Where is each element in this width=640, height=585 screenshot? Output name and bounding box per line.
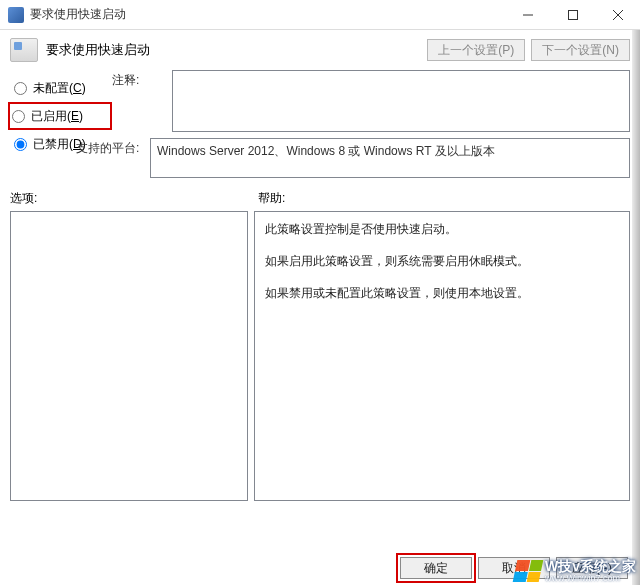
minimize-button[interactable] bbox=[505, 0, 550, 30]
radio-not-configured-input[interactable] bbox=[14, 82, 27, 95]
titlebar: 要求使用快速启动 bbox=[0, 0, 640, 30]
help-paragraph: 如果禁用或未配置此策略设置，则使用本地设置。 bbox=[265, 284, 619, 302]
radio-enabled-input[interactable] bbox=[12, 110, 25, 123]
svg-rect-1 bbox=[568, 10, 577, 19]
radio-disabled-input[interactable] bbox=[14, 138, 27, 151]
radio-not-configured[interactable]: 未配置(C) bbox=[10, 74, 112, 102]
options-label: 选项: bbox=[10, 190, 258, 207]
prev-setting-button[interactable]: 上一个设置(P) bbox=[427, 39, 525, 61]
next-setting-button[interactable]: 下一个设置(N) bbox=[531, 39, 630, 61]
help-label: 帮助: bbox=[258, 190, 285, 207]
policy-icon bbox=[10, 38, 38, 62]
platform-text: Windows Server 2012、Windows 8 或 Windows … bbox=[150, 138, 630, 178]
window-title: 要求使用快速启动 bbox=[30, 6, 126, 23]
ok-button[interactable]: 确定 bbox=[400, 557, 472, 579]
windows-logo-icon bbox=[513, 560, 544, 582]
close-button[interactable] bbox=[595, 0, 640, 30]
help-paragraph: 如果启用此策略设置，则系统需要启用休眠模式。 bbox=[265, 252, 619, 270]
app-icon bbox=[8, 7, 24, 23]
policy-title: 要求使用快速启动 bbox=[46, 41, 150, 59]
watermark-url: www.Winwin7.com bbox=[545, 573, 636, 583]
help-paragraph: 此策略设置控制是否使用快速启动。 bbox=[265, 220, 619, 238]
watermark-brand: W技v系统之家 bbox=[545, 559, 636, 573]
watermark: W技v系统之家 www.Winwin7.com bbox=[515, 559, 636, 583]
help-pane: 此策略设置控制是否使用快速启动。 如果启用此策略设置，则系统需要启用休眠模式。 … bbox=[254, 211, 630, 501]
radio-enabled[interactable]: 已启用(E) bbox=[8, 102, 112, 130]
platform-label: 支持的平台: bbox=[76, 140, 150, 157]
header-row: 要求使用快速启动 上一个设置(P) 下一个设置(N) bbox=[10, 38, 630, 62]
options-pane bbox=[10, 211, 248, 501]
comments-label: 注释: bbox=[112, 72, 172, 89]
maximize-button[interactable] bbox=[550, 0, 595, 30]
comments-textarea[interactable] bbox=[172, 70, 630, 132]
state-radio-group: 未配置(C) 已启用(E) 已禁用(D) bbox=[10, 74, 112, 184]
